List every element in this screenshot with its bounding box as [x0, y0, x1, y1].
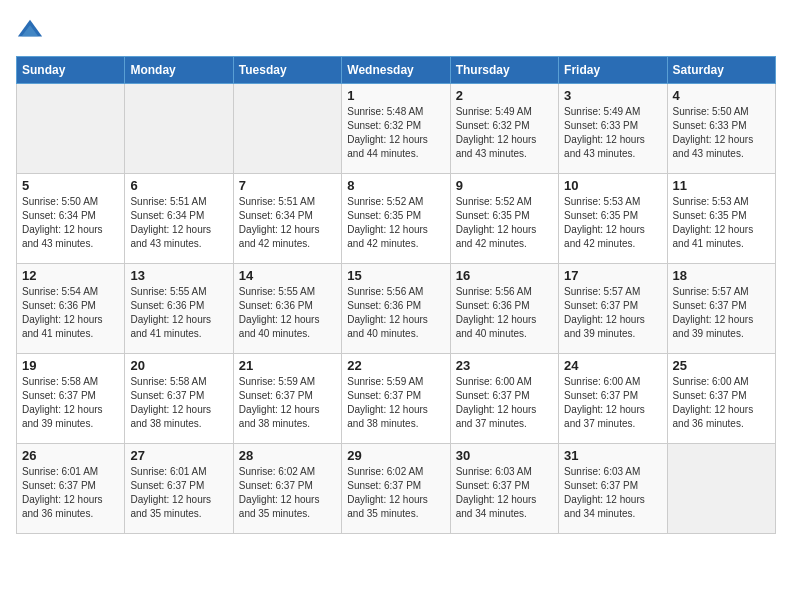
calendar-cell [667, 444, 775, 534]
header-day-sunday: Sunday [17, 57, 125, 84]
calendar-cell: 25Sunrise: 6:00 AM Sunset: 6:37 PM Dayli… [667, 354, 775, 444]
day-number: 21 [239, 358, 336, 373]
day-info: Sunrise: 6:02 AM Sunset: 6:37 PM Dayligh… [239, 465, 336, 521]
day-number: 5 [22, 178, 119, 193]
day-info: Sunrise: 5:57 AM Sunset: 6:37 PM Dayligh… [673, 285, 770, 341]
day-number: 24 [564, 358, 661, 373]
calendar-cell: 9Sunrise: 5:52 AM Sunset: 6:35 PM Daylig… [450, 174, 558, 264]
day-number: 3 [564, 88, 661, 103]
page-header [16, 16, 776, 44]
calendar-cell: 17Sunrise: 5:57 AM Sunset: 6:37 PM Dayli… [559, 264, 667, 354]
day-number: 25 [673, 358, 770, 373]
day-number: 13 [130, 268, 227, 283]
day-info: Sunrise: 5:53 AM Sunset: 6:35 PM Dayligh… [564, 195, 661, 251]
day-number: 7 [239, 178, 336, 193]
calendar-cell: 15Sunrise: 5:56 AM Sunset: 6:36 PM Dayli… [342, 264, 450, 354]
day-info: Sunrise: 5:51 AM Sunset: 6:34 PM Dayligh… [130, 195, 227, 251]
day-number: 31 [564, 448, 661, 463]
week-row-4: 19Sunrise: 5:58 AM Sunset: 6:37 PM Dayli… [17, 354, 776, 444]
day-number: 9 [456, 178, 553, 193]
day-number: 20 [130, 358, 227, 373]
header-day-tuesday: Tuesday [233, 57, 341, 84]
calendar-cell [233, 84, 341, 174]
calendar-cell: 14Sunrise: 5:55 AM Sunset: 6:36 PM Dayli… [233, 264, 341, 354]
calendar-cell: 7Sunrise: 5:51 AM Sunset: 6:34 PM Daylig… [233, 174, 341, 264]
day-info: Sunrise: 5:58 AM Sunset: 6:37 PM Dayligh… [130, 375, 227, 431]
day-number: 14 [239, 268, 336, 283]
day-info: Sunrise: 5:51 AM Sunset: 6:34 PM Dayligh… [239, 195, 336, 251]
calendar-cell: 28Sunrise: 6:02 AM Sunset: 6:37 PM Dayli… [233, 444, 341, 534]
day-info: Sunrise: 5:54 AM Sunset: 6:36 PM Dayligh… [22, 285, 119, 341]
calendar-table: SundayMondayTuesdayWednesdayThursdayFrid… [16, 56, 776, 534]
day-number: 28 [239, 448, 336, 463]
day-info: Sunrise: 5:59 AM Sunset: 6:37 PM Dayligh… [347, 375, 444, 431]
day-number: 12 [22, 268, 119, 283]
day-number: 8 [347, 178, 444, 193]
calendar-cell: 21Sunrise: 5:59 AM Sunset: 6:37 PM Dayli… [233, 354, 341, 444]
header-day-wednesday: Wednesday [342, 57, 450, 84]
day-info: Sunrise: 5:56 AM Sunset: 6:36 PM Dayligh… [347, 285, 444, 341]
calendar-cell [17, 84, 125, 174]
calendar-cell: 29Sunrise: 6:02 AM Sunset: 6:37 PM Dayli… [342, 444, 450, 534]
day-info: Sunrise: 5:56 AM Sunset: 6:36 PM Dayligh… [456, 285, 553, 341]
calendar-body: 1Sunrise: 5:48 AM Sunset: 6:32 PM Daylig… [17, 84, 776, 534]
calendar-cell: 24Sunrise: 6:00 AM Sunset: 6:37 PM Dayli… [559, 354, 667, 444]
day-number: 18 [673, 268, 770, 283]
week-row-1: 1Sunrise: 5:48 AM Sunset: 6:32 PM Daylig… [17, 84, 776, 174]
day-info: Sunrise: 5:57 AM Sunset: 6:37 PM Dayligh… [564, 285, 661, 341]
day-number: 29 [347, 448, 444, 463]
day-info: Sunrise: 6:00 AM Sunset: 6:37 PM Dayligh… [456, 375, 553, 431]
day-number: 23 [456, 358, 553, 373]
day-number: 2 [456, 88, 553, 103]
day-number: 26 [22, 448, 119, 463]
calendar-cell: 1Sunrise: 5:48 AM Sunset: 6:32 PM Daylig… [342, 84, 450, 174]
day-info: Sunrise: 5:49 AM Sunset: 6:33 PM Dayligh… [564, 105, 661, 161]
day-number: 17 [564, 268, 661, 283]
day-number: 1 [347, 88, 444, 103]
day-info: Sunrise: 5:55 AM Sunset: 6:36 PM Dayligh… [239, 285, 336, 341]
day-number: 22 [347, 358, 444, 373]
week-row-3: 12Sunrise: 5:54 AM Sunset: 6:36 PM Dayli… [17, 264, 776, 354]
day-info: Sunrise: 5:52 AM Sunset: 6:35 PM Dayligh… [456, 195, 553, 251]
day-number: 30 [456, 448, 553, 463]
day-number: 27 [130, 448, 227, 463]
calendar-cell: 11Sunrise: 5:53 AM Sunset: 6:35 PM Dayli… [667, 174, 775, 264]
day-number: 11 [673, 178, 770, 193]
calendar-cell: 30Sunrise: 6:03 AM Sunset: 6:37 PM Dayli… [450, 444, 558, 534]
calendar-cell: 2Sunrise: 5:49 AM Sunset: 6:32 PM Daylig… [450, 84, 558, 174]
header-row: SundayMondayTuesdayWednesdayThursdayFrid… [17, 57, 776, 84]
day-info: Sunrise: 6:03 AM Sunset: 6:37 PM Dayligh… [456, 465, 553, 521]
calendar-cell: 27Sunrise: 6:01 AM Sunset: 6:37 PM Dayli… [125, 444, 233, 534]
day-info: Sunrise: 6:00 AM Sunset: 6:37 PM Dayligh… [564, 375, 661, 431]
day-number: 10 [564, 178, 661, 193]
header-day-saturday: Saturday [667, 57, 775, 84]
calendar-cell: 8Sunrise: 5:52 AM Sunset: 6:35 PM Daylig… [342, 174, 450, 264]
calendar-cell: 26Sunrise: 6:01 AM Sunset: 6:37 PM Dayli… [17, 444, 125, 534]
week-row-2: 5Sunrise: 5:50 AM Sunset: 6:34 PM Daylig… [17, 174, 776, 264]
day-info: Sunrise: 6:00 AM Sunset: 6:37 PM Dayligh… [673, 375, 770, 431]
calendar-cell: 3Sunrise: 5:49 AM Sunset: 6:33 PM Daylig… [559, 84, 667, 174]
calendar-cell: 13Sunrise: 5:55 AM Sunset: 6:36 PM Dayli… [125, 264, 233, 354]
day-info: Sunrise: 5:58 AM Sunset: 6:37 PM Dayligh… [22, 375, 119, 431]
calendar-cell: 6Sunrise: 5:51 AM Sunset: 6:34 PM Daylig… [125, 174, 233, 264]
day-info: Sunrise: 6:01 AM Sunset: 6:37 PM Dayligh… [22, 465, 119, 521]
day-info: Sunrise: 5:52 AM Sunset: 6:35 PM Dayligh… [347, 195, 444, 251]
day-info: Sunrise: 5:48 AM Sunset: 6:32 PM Dayligh… [347, 105, 444, 161]
day-info: Sunrise: 6:01 AM Sunset: 6:37 PM Dayligh… [130, 465, 227, 521]
day-number: 16 [456, 268, 553, 283]
day-info: Sunrise: 6:03 AM Sunset: 6:37 PM Dayligh… [564, 465, 661, 521]
header-day-thursday: Thursday [450, 57, 558, 84]
header-day-monday: Monday [125, 57, 233, 84]
day-info: Sunrise: 5:59 AM Sunset: 6:37 PM Dayligh… [239, 375, 336, 431]
day-info: Sunrise: 5:53 AM Sunset: 6:35 PM Dayligh… [673, 195, 770, 251]
logo-icon [16, 16, 44, 44]
calendar-cell: 19Sunrise: 5:58 AM Sunset: 6:37 PM Dayli… [17, 354, 125, 444]
calendar-cell: 18Sunrise: 5:57 AM Sunset: 6:37 PM Dayli… [667, 264, 775, 354]
day-number: 4 [673, 88, 770, 103]
calendar-cell: 12Sunrise: 5:54 AM Sunset: 6:36 PM Dayli… [17, 264, 125, 354]
logo [16, 16, 48, 44]
week-row-5: 26Sunrise: 6:01 AM Sunset: 6:37 PM Dayli… [17, 444, 776, 534]
calendar-cell: 4Sunrise: 5:50 AM Sunset: 6:33 PM Daylig… [667, 84, 775, 174]
day-info: Sunrise: 5:50 AM Sunset: 6:34 PM Dayligh… [22, 195, 119, 251]
calendar-cell [125, 84, 233, 174]
